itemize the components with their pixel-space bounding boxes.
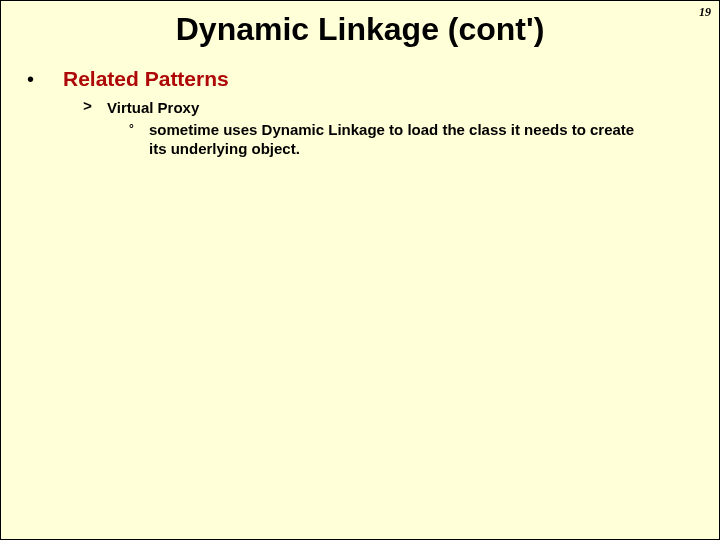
bullet-marker: > — [83, 98, 107, 118]
bullet-marker: • — [25, 66, 63, 92]
bullet-level-1: • Related Patterns — [25, 66, 699, 92]
bullet-marker: ° — [129, 120, 149, 139]
slide: 19 Dynamic Linkage (cont') • Related Pat… — [0, 0, 720, 540]
slide-title: Dynamic Linkage (cont') — [1, 11, 719, 48]
bullet-text: Virtual Proxy — [107, 98, 199, 118]
page-number: 19 — [699, 5, 711, 20]
slide-body: • Related Patterns > Virtual Proxy ° som… — [1, 66, 719, 158]
bullet-text: sometime uses Dynamic Linkage to load th… — [149, 120, 649, 158]
bullet-level-2: > Virtual Proxy — [83, 98, 699, 118]
bullet-level-3: ° sometime uses Dynamic Linkage to load … — [129, 120, 699, 158]
bullet-text: Related Patterns — [63, 66, 229, 92]
